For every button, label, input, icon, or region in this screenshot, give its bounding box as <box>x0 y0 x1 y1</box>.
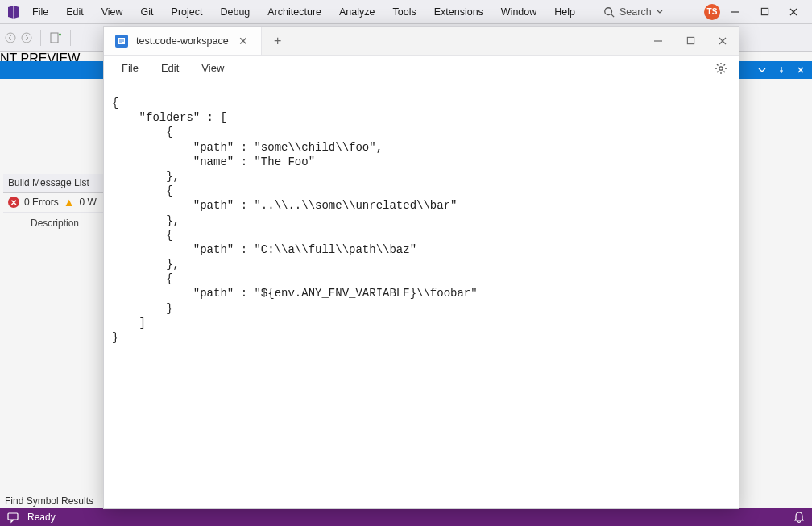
tab-close-icon[interactable]: ✕ <box>237 33 250 49</box>
new-item-icon[interactable] <box>49 31 62 44</box>
svg-rect-13 <box>687 37 694 43</box>
settings-button[interactable] <box>711 59 731 78</box>
menu-tools[interactable]: Tools <box>385 3 425 21</box>
error-icon: ✕ <box>8 197 19 208</box>
editor-menu-edit[interactable]: Edit <box>151 59 188 77</box>
svg-rect-3 <box>761 8 768 14</box>
editor-tab[interactable]: test.code-workspace ✕ <box>104 27 262 55</box>
menu-file[interactable]: File <box>24 3 56 21</box>
editor-content[interactable]: { "folders" : [ { "path" : "some\\child\… <box>112 96 731 345</box>
nav-back-icon[interactable] <box>5 32 16 43</box>
menu-project[interactable]: Project <box>164 3 211 21</box>
svg-rect-6 <box>51 33 58 43</box>
search-label: Search <box>619 6 652 18</box>
build-message-panel: Build Message List ✕ 0 Errors ▲ 0 W Desc… <box>3 174 111 232</box>
dropdown-icon[interactable] <box>756 64 768 77</box>
svg-point-4 <box>6 33 15 43</box>
menu-architecture[interactable]: Architecture <box>259 3 329 21</box>
vs-minimize-button[interactable] <box>722 2 749 22</box>
editor-titlebar: test.code-workspace ✕ + <box>104 27 739 56</box>
svg-rect-7 <box>8 513 18 520</box>
description-column-header[interactable]: Description <box>3 212 111 232</box>
menu-debug[interactable]: Debug <box>212 3 258 21</box>
editor-menu-file[interactable]: File <box>112 59 148 77</box>
status-ready: Ready <box>27 512 56 523</box>
vs-close-button[interactable] <box>780 2 807 22</box>
chevron-down-icon <box>657 9 663 15</box>
errors-count[interactable]: 0 Errors <box>24 197 59 208</box>
editor-minimize-button[interactable] <box>642 27 674 55</box>
nav-forward-icon[interactable] <box>21 32 32 43</box>
vs-menubar: File Edit View Git Project Debug Archite… <box>0 0 812 24</box>
search-box[interactable]: Search <box>603 6 663 18</box>
menu-window[interactable]: Window <box>493 3 545 21</box>
svg-line-1 <box>611 14 615 17</box>
notifications-icon[interactable] <box>793 511 806 524</box>
gear-icon <box>715 62 727 75</box>
editor-menubar: File Edit View <box>104 56 739 81</box>
pin-icon[interactable] <box>775 64 788 77</box>
feedback-icon[interactable] <box>6 511 19 524</box>
svg-point-5 <box>22 33 31 43</box>
vs-statusbar: Ready <box>0 508 812 526</box>
editor-menu-view[interactable]: View <box>192 59 234 77</box>
user-avatar[interactable]: TS <box>704 4 720 20</box>
menu-git[interactable]: Git <box>133 3 162 21</box>
editor-window: test.code-workspace ✕ + File Edit View {… <box>103 26 740 509</box>
menu-extensions[interactable]: Extensions <box>426 3 491 21</box>
find-symbol-results-title[interactable]: Find Symbol Results <box>5 495 93 507</box>
warning-icon: ▲ <box>64 196 75 209</box>
editor-close-button[interactable] <box>706 27 739 55</box>
svg-point-0 <box>605 7 612 14</box>
menu-view[interactable]: View <box>93 3 131 21</box>
search-icon <box>603 6 615 18</box>
tab-title: test.code-workspace <box>136 35 229 47</box>
menu-separator <box>590 5 590 19</box>
menu-edit[interactable]: Edit <box>58 3 92 21</box>
menu-analyze[interactable]: Analyze <box>331 3 383 21</box>
close-panel-icon[interactable] <box>794 64 807 77</box>
file-icon <box>115 35 128 48</box>
menu-help[interactable]: Help <box>546 3 583 21</box>
new-tab-button[interactable]: + <box>262 27 294 55</box>
warnings-count[interactable]: 0 W <box>80 197 97 208</box>
svg-point-14 <box>719 66 723 69</box>
build-panel-title: Build Message List <box>3 174 111 193</box>
toolbar-separator <box>70 30 71 46</box>
vs-maximize-button[interactable] <box>751 2 778 22</box>
toolbar-separator <box>40 30 41 46</box>
editor-maximize-button[interactable] <box>674 27 706 55</box>
editor-body[interactable]: { "folders" : [ { "path" : "some\\child\… <box>104 81 739 508</box>
app-logo-icon <box>5 3 23 21</box>
